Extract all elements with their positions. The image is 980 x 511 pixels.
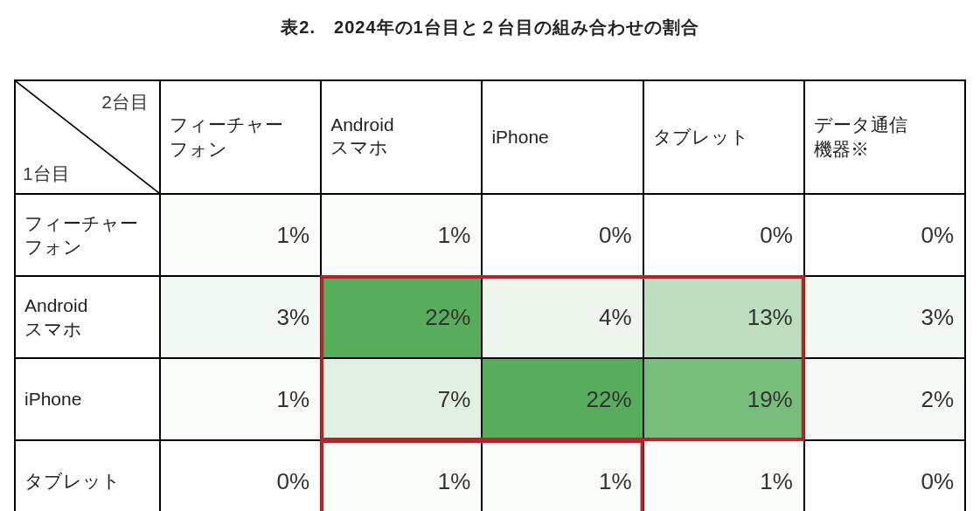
col-header: データ通信機器※ [804, 80, 965, 194]
heatmap-cell: 1% [160, 194, 321, 276]
row-header: タブレット [15, 440, 160, 511]
heatmap-cell: 2% [804, 358, 965, 440]
col-header: フィーチャーフォン [160, 80, 321, 194]
heatmap-cell: 1% [321, 440, 482, 511]
heatmap-cell: 0% [482, 194, 643, 276]
table-title: 表2. 2024年の1台目と２台目の組み合わせの割合 [0, 16, 980, 39]
heatmap-cell: 7% [321, 358, 482, 440]
heatmap-cell: 22% [482, 358, 643, 440]
col-header: Androidスマホ [321, 80, 482, 194]
row-header: iPhone [15, 358, 160, 440]
heatmap-cell: 13% [643, 276, 804, 358]
heatmap-cell: 0% [804, 194, 965, 276]
heatmap-cell: 3% [804, 276, 965, 358]
heatmap-cell: 1% [321, 194, 482, 276]
heatmap-cell: 1% [160, 358, 321, 440]
row-axis-label: 1台目 [23, 162, 70, 186]
corner-header: 2台目 1台目 [15, 80, 160, 194]
heatmap-cell: 0% [160, 440, 321, 511]
heatmap-table: 2台目 1台目フィーチャーフォンAndroidスマホiPhoneタブレットデータ… [14, 79, 966, 511]
heatmap-cell: 4% [482, 276, 643, 358]
heatmap-cell: 22% [321, 276, 482, 358]
heatmap-cell: 0% [643, 194, 804, 276]
heatmap-cell: 19% [643, 358, 804, 440]
heatmap-cell: 1% [643, 440, 804, 511]
heatmap-cell: 0% [804, 440, 965, 511]
col-header: タブレット [643, 80, 804, 194]
col-axis-label: 2台目 [101, 90, 149, 114]
row-header: Androidスマホ [15, 276, 160, 358]
col-header: iPhone [482, 80, 643, 194]
heatmap-cell: 1% [482, 440, 643, 511]
heatmap-cell: 3% [160, 276, 321, 358]
row-header: フィーチャーフォン [15, 194, 160, 276]
